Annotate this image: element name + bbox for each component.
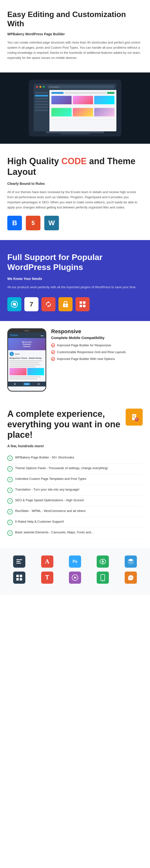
feature-icon-2 [7, 466, 13, 472]
svg-rect-14 [16, 563, 21, 563]
svg-rect-16 [16, 575, 19, 577]
bottom-icon-item-typography: A [35, 556, 59, 568]
section-complete: 🔍 A complete experience, everything you … [0, 399, 150, 548]
bottom-icon-item-wpbakery [7, 556, 31, 568]
svg-text:🔍: 🔍 [135, 418, 138, 421]
feature-item-7: 5 Rated Help & Customer Support! [7, 517, 143, 528]
svg-rect-6 [83, 305, 86, 307]
bottom-icon-grid2 [13, 571, 25, 584]
phone-img-2 [27, 368, 44, 375]
phone-text-line-2 [9, 362, 39, 363]
bottom-icon-item-mobile [91, 571, 115, 584]
svg-point-23 [102, 580, 103, 580]
bottom-icon-typography: A [41, 556, 53, 568]
svg-rect-3 [80, 301, 82, 304]
phone-nav-btn: More [24, 383, 30, 385]
section-editing: Easy Editing and Customization With WPBa… [0, 0, 150, 72]
responsive-check-item-1: Improved Page Builder for Responsive [51, 343, 143, 347]
phone-main-content: A Admin Responsive Theme - Mobile Ready [8, 350, 46, 381]
feature-list: WPBakery Page Builder - 50+ Shortcodes T… [7, 453, 143, 538]
support-description: All our products work perfectly with all… [7, 285, 143, 290]
phone-hero-area: We've GotPremiumThemes [8, 338, 46, 350]
code-subtitle: Clearly Bound to Rules [7, 181, 143, 186]
svg-point-25 [129, 577, 130, 578]
phone-avatar: A [9, 352, 14, 356]
responsive-check-item-3: Improved Page Builder With new Options [51, 357, 143, 361]
bottom-icon-item-support2 [119, 571, 143, 584]
phone-frame: Theme We've GotPremiumThemes A Admin [7, 328, 46, 392]
feature-icon-4 [7, 488, 13, 493]
phone-mockup: Theme We've GotPremiumThemes A Admin [7, 328, 46, 392]
svg-point-26 [130, 577, 131, 578]
feature-icon-3 [7, 477, 13, 482]
feature-item-4: Translation - Turn your site into any la… [7, 485, 143, 496]
feature-icon-7 [7, 520, 13, 525]
phone-bottom-bar: More [8, 381, 46, 386]
svg-point-27 [131, 577, 132, 578]
check-icon-3 [51, 357, 55, 361]
check-icon-2 [51, 350, 55, 354]
bottom-icon-media [69, 571, 81, 584]
support-title: Full Support for Popular WordPress Plugi… [7, 252, 143, 272]
phone-text-line-4 [9, 366, 35, 367]
svg-rect-19 [20, 578, 22, 581]
bottom-icon-item-media [63, 571, 87, 584]
svg-rect-17 [20, 575, 22, 577]
responsive-info: Responsive Complete Mobile Compatibility… [51, 328, 143, 364]
bottom-icon-item-text-editor: T [35, 571, 59, 584]
bottom-icon-wpbakery [13, 556, 25, 568]
phone-img-row [9, 368, 44, 375]
phone-theme-label: Responsive Theme - Mobile Ready [9, 357, 44, 359]
bottom-icon-photoshop: Ps [69, 556, 81, 568]
phone-user-row: A Admin [9, 352, 44, 356]
phone-screen-header: Theme [8, 333, 46, 338]
wordpress-icon: W [44, 216, 59, 230]
support-subtitle: We Know Your Needs [7, 276, 143, 281]
corner-icon-box: 🔍 [126, 409, 143, 426]
quform-icon [7, 297, 22, 311]
section-responsive: Theme We've GotPremiumThemes A Admin [0, 321, 150, 399]
tech-icons-container: B 5 W [7, 216, 143, 230]
phone-nav-dot-1 [14, 383, 16, 385]
grid-icon [76, 297, 90, 311]
phone-nav-dot-2 [38, 383, 40, 385]
svg-rect-9 [133, 417, 135, 418]
phone-screen: Theme We've GotPremiumThemes A Admin [8, 333, 46, 391]
phone-text-line-3 [9, 364, 41, 365]
bottom-icons-grid: A Ps [7, 556, 143, 568]
svg-marker-21 [74, 577, 77, 579]
phone-text-line-6 [9, 378, 37, 379]
phone-username: Admin [15, 353, 20, 355]
svg-rect-5 [80, 305, 82, 307]
responsive-title: Responsive [51, 328, 143, 335]
feature-item-2: Theme Options Panel - Thousands of setti… [7, 464, 143, 474]
svg-point-2 [65, 305, 66, 306]
bottom-icon-item-settings [91, 556, 115, 568]
editing-description: You can create unlimited page structures… [7, 40, 143, 60]
bottom-icon-item-grid2 [7, 571, 31, 584]
bottom-icon-layers [125, 556, 137, 568]
responsive-subtitle: Complete Mobile Compatibility [51, 336, 143, 340]
code-title: High Quality CODE and Theme Layout [7, 156, 143, 177]
feature-item-8: Basic website Elements - Carousels, Maps… [7, 528, 143, 538]
html5-icon: 5 [26, 216, 40, 230]
responsive-checklist: Improved Page Builder for Responsive Cus… [51, 343, 143, 362]
svg-rect-18 [16, 578, 19, 581]
bottom-icon-mobile [97, 571, 109, 584]
bottom-icon-item-layers [119, 556, 143, 568]
phone-text-line-1 [9, 360, 42, 362]
slider7-icon: 7 [24, 297, 38, 311]
phone-hero-text: We've GotPremiumThemes [21, 340, 33, 348]
bottom-icon-item-photoshop: Ps [63, 556, 87, 568]
phone-notch-dot [24, 330, 29, 332]
corner-icon-container: 🔍 [126, 409, 143, 426]
code-description: All of our themes have been reviewed by … [7, 190, 143, 210]
svg-rect-24 [102, 574, 104, 575]
feature-item-3: Unlimited Custom Page Templates and Post… [7, 474, 143, 485]
section-support: Full Support for Popular WordPress Plugi… [0, 240, 150, 321]
svg-rect-8 [133, 416, 135, 417]
sync-icon [41, 297, 56, 311]
feature-item-1: WPBakery Page Builder - 50+ Shortcodes [7, 453, 143, 464]
bottom-icons-grid-2: T [7, 571, 143, 584]
editing-title: Easy Editing and Customization With [7, 10, 143, 28]
